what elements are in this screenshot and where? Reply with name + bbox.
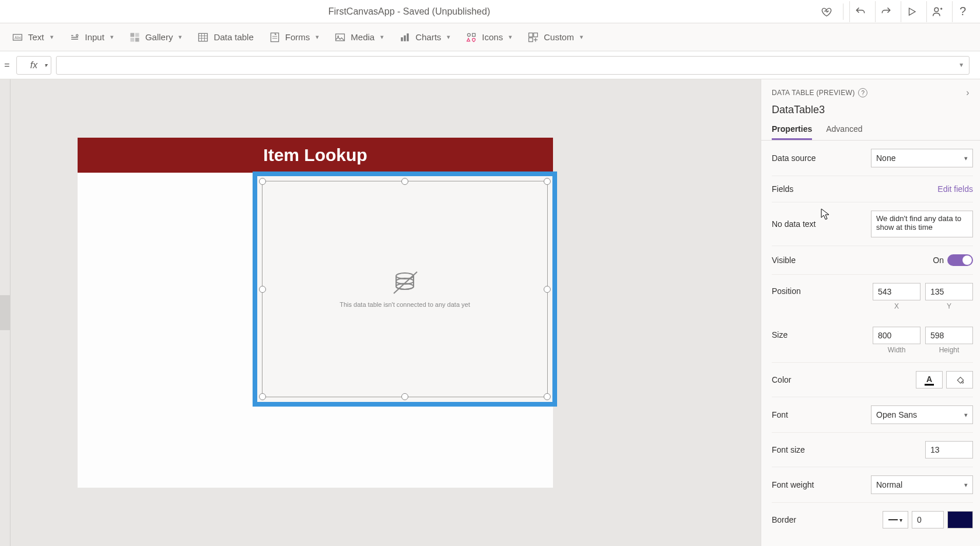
prop-font-label: Font (772, 410, 871, 419)
control-name: DataTable3 (772, 104, 970, 116)
health-icon[interactable] (816, 1, 837, 22)
database-disconnected-icon (389, 270, 421, 296)
svg-point-24 (468, 33, 471, 36)
tab-properties[interactable]: Properties (772, 124, 812, 140)
resize-handle[interactable] (544, 286, 551, 293)
chevron-down-icon: ▾ (580, 33, 583, 41)
chevron-down-icon: ▾ (50, 33, 54, 41)
resize-handle[interactable] (259, 286, 266, 293)
fontsize-input[interactable]: 13 (925, 441, 973, 459)
resize-handle[interactable] (259, 178, 266, 185)
ribbon-media[interactable]: Media▾ (334, 32, 384, 43)
play-button[interactable] (901, 1, 922, 22)
share-button[interactable] (926, 1, 947, 22)
ribbon-forms[interactable]: Forms▾ (269, 32, 320, 43)
panel-type-label: DATA TABLE (PREVIEW) (772, 89, 855, 97)
y-sublabel: Y (925, 302, 973, 310)
font-color-button[interactable]: A (916, 371, 943, 388)
redo-button[interactable] (875, 1, 896, 22)
input-icon (69, 32, 80, 43)
edit-fields-link[interactable]: Edit fields (937, 184, 973, 194)
insert-ribbon: Abc Text▾ Input▾ Gallery▾ Data table For… (0, 23, 980, 51)
svg-marker-0 (909, 8, 915, 15)
help-button[interactable]: ? (952, 1, 973, 22)
table-icon (197, 32, 209, 43)
svg-point-1 (935, 8, 939, 12)
chevron-down-icon: ▾ (44, 62, 47, 68)
font-dropdown[interactable]: Open Sans ▾ (871, 405, 973, 424)
ribbon-custom[interactable]: Custom▾ (527, 32, 583, 43)
svg-text:Abc: Abc (15, 36, 22, 40)
undo-button[interactable] (849, 1, 870, 22)
border-color-button[interactable] (947, 511, 973, 528)
svg-rect-11 (199, 33, 208, 41)
svg-rect-27 (534, 33, 538, 37)
prop-visible-label: Visible (772, 256, 933, 265)
chevron-down-icon: ▾ (509, 33, 512, 41)
border-style-dropdown[interactable]: ▾ (883, 511, 908, 528)
size-width-input[interactable]: 800 (873, 327, 921, 344)
size-height-input[interactable]: 598 (925, 327, 973, 344)
gallery-icon (129, 32, 141, 43)
ribbon-input[interactable]: Input▾ (69, 32, 114, 43)
prop-datasource-label: Data source (772, 153, 871, 163)
nodata-text-input[interactable]: We didn't find any data to show at this … (871, 211, 973, 237)
title-bar: FirstCanvasApp - Saved (Unpublished) ? (0, 0, 980, 23)
ribbon-gallery[interactable]: Gallery▾ (129, 32, 183, 43)
forms-icon (269, 32, 281, 43)
fill-color-button[interactable] (946, 371, 973, 388)
svg-rect-7 (130, 33, 134, 37)
prop-fields-label: Fields (772, 184, 937, 194)
resize-handle[interactable] (401, 393, 408, 400)
svg-rect-9 (130, 37, 134, 41)
left-gutter (0, 79, 10, 546)
design-canvas[interactable]: Item Lookup This data table isn't connec… (10, 79, 761, 546)
properties-panel: DATA TABLE (PREVIEW) ? › DataTable3 Prop… (761, 79, 980, 546)
datatable-empty-message: This data table isn't connected to any d… (340, 301, 470, 308)
resize-handle[interactable] (401, 178, 408, 185)
formula-bar: = fx ▾ ▾ (0, 51, 980, 79)
svg-rect-8 (135, 33, 139, 37)
collapse-panel-icon[interactable]: › (966, 88, 970, 98)
chevron-down-icon: ▾ (964, 155, 968, 162)
visible-state: On (933, 256, 944, 265)
ribbon-datatable[interactable]: Data table (197, 32, 253, 43)
prop-position-label: Position (772, 283, 873, 296)
position-y-input[interactable]: 135 (925, 283, 973, 300)
treeview-handle[interactable] (0, 295, 10, 330)
ribbon-icons[interactable]: Icons▾ (466, 32, 512, 43)
equals-label: = (0, 60, 12, 71)
svg-rect-25 (473, 33, 475, 36)
width-sublabel: Width (873, 346, 921, 354)
svg-rect-23 (407, 33, 408, 41)
visible-toggle[interactable] (947, 254, 973, 266)
info-icon[interactable]: ? (858, 88, 867, 97)
fontweight-dropdown[interactable]: Normal ▾ (871, 475, 973, 494)
ribbon-charts[interactable]: Charts▾ (399, 32, 450, 43)
chevron-down-icon: ▾ (964, 411, 968, 419)
resize-handle[interactable] (544, 178, 551, 185)
chevron-down-icon: ▾ (380, 33, 384, 41)
ribbon-text[interactable]: Abc Text▾ (12, 32, 54, 43)
border-width-input[interactable]: 0 (912, 511, 944, 528)
label-icon: Abc (12, 32, 23, 43)
custom-icon (527, 32, 539, 43)
chevron-down-icon[interactable]: ▾ (960, 61, 963, 69)
resize-handle[interactable] (259, 393, 266, 400)
bucket-icon (954, 374, 965, 385)
formula-input[interactable]: ▾ (56, 56, 970, 75)
datasource-dropdown[interactable]: None ▾ (871, 149, 973, 167)
selected-datatable[interactable]: This data table isn't connected to any d… (253, 172, 557, 407)
chevron-down-icon: ▾ (316, 33, 319, 41)
position-x-input[interactable]: 543 (873, 283, 921, 300)
svg-rect-26 (529, 33, 533, 37)
fx-button[interactable]: fx ▾ (16, 56, 51, 75)
prop-nodata-label: No data text (772, 219, 871, 229)
tab-advanced[interactable]: Advanced (826, 124, 862, 140)
resize-handle[interactable] (544, 393, 551, 400)
prop-color-label: Color (772, 375, 916, 384)
svg-point-6 (76, 34, 78, 36)
prop-fontsize-label: Font size (772, 445, 925, 454)
prop-fontweight-label: Font weight (772, 480, 871, 489)
height-sublabel: Height (925, 346, 973, 354)
